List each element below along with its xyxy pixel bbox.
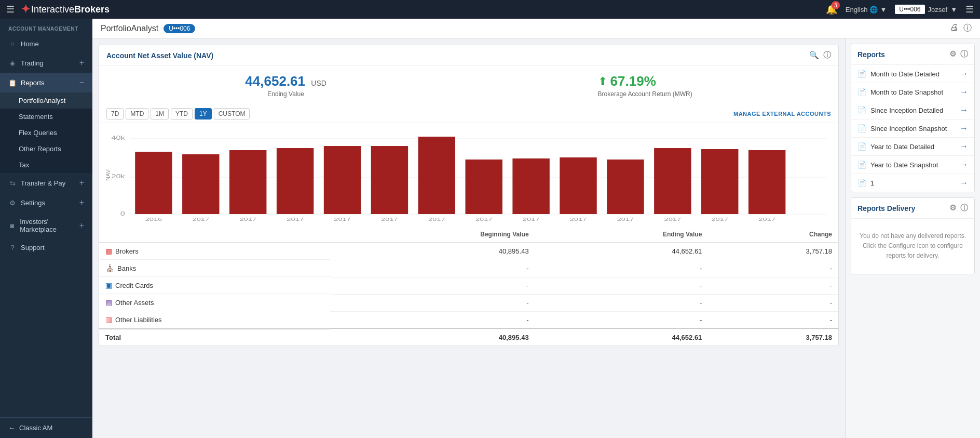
banks-cell: ⛪ Banks [99, 260, 330, 277]
svg-text:2017: 2017 [711, 217, 728, 222]
credit-label: Credit Cards [115, 282, 153, 289]
report-arrow-2[interactable]: → [960, 105, 968, 115]
report-item-mtd-detailed[interactable]: 📄 Month to Date Detailed → [851, 65, 974, 83]
time-btn-1y[interactable]: 1Y [195, 108, 212, 120]
report-file-icon-2: 📄 [857, 106, 866, 114]
sidebar-subitem-flex[interactable]: Flex Queries [0, 125, 92, 141]
banks-begin: - [330, 260, 535, 277]
language-selector[interactable]: English 🌐 ▼ [846, 6, 887, 14]
total-label: Total [105, 334, 121, 341]
sidebar-transfer-label: Transfer & Pay [21, 179, 65, 187]
sidebar-item-support[interactable]: ? Support [0, 238, 92, 257]
table-row-credit: ▣ Credit Cards - - - [99, 277, 838, 294]
delivery-help-icon[interactable]: ⓘ [960, 203, 968, 213]
report-item-mtd-snapshot[interactable]: 📄 Month to Date Snapshot → [851, 83, 974, 101]
report-item-left-2: 📄 Since Inception Detailed [857, 106, 943, 114]
svg-text:2017: 2017 [617, 217, 634, 222]
sub-header: PortfolioAnalyst U•••006 🖨 ⓘ [92, 19, 980, 38]
report-item-left-4: 📄 Year to Date Detailed [857, 142, 934, 151]
investors-expand-icon: + [79, 221, 84, 230]
liabilities-cell: ▥ Other Liabilities [99, 311, 330, 328]
reports-collapse-icon: − [79, 78, 84, 87]
sidebar-item-investors[interactable]: ◙ Investors' Marketplace + [0, 213, 92, 238]
report-arrow-4[interactable]: → [960, 142, 968, 151]
sidebar-item-trading[interactable]: ◈ Trading + [0, 53, 92, 73]
svg-rect-19 [748, 150, 785, 214]
globe-icon: 🌐 [869, 6, 878, 14]
manage-external-accounts-btn[interactable]: MANAGE EXTERNAL ACCOUNTS [733, 111, 831, 117]
delivery-card-icons: ⚙ ⓘ [949, 203, 968, 213]
logo-interactive: Interactive [31, 4, 74, 15]
ib-logo-icon: ✦ [21, 3, 30, 16]
report-item-left-6: 📄 1 [857, 179, 874, 187]
time-btn-7d[interactable]: 7D [106, 108, 124, 120]
tax-label: Tax [19, 161, 29, 169]
search-icon[interactable]: 🔍 [809, 50, 819, 60]
body-layout: ACCOUNT MANAGEMENT ⌂ Home ◈ Trading + 📋 … [0, 19, 980, 438]
portfolio-analyst-label: PortfolioAnalyst [19, 97, 65, 104]
reports-gear-icon[interactable]: ⚙ [949, 49, 956, 59]
report-item-ytd-snapshot[interactable]: 📄 Year to Date Snapshot → [851, 156, 974, 174]
user-selector[interactable]: U•••006 Jozsef ▼ [895, 5, 957, 14]
time-btn-ytd[interactable]: YTD [171, 108, 193, 120]
report-arrow-5[interactable]: → [960, 160, 968, 169]
return-block: ⬆ 67.19% Brokerage Account Return (MWR) [598, 73, 692, 98]
report-item-ytd-detailed[interactable]: 📄 Year to Date Detailed → [851, 138, 974, 156]
sidebar-subitem-statements[interactable]: Statements [0, 109, 92, 125]
time-btn-1m[interactable]: 1M [151, 108, 169, 120]
time-btn-custom[interactable]: CUSTOM [214, 108, 250, 120]
report-arrow-0[interactable]: → [960, 69, 968, 78]
reports-card-header: Reports ⚙ ⓘ [851, 44, 974, 65]
total-change: 3,757.18 [708, 328, 838, 346]
print-icon[interactable]: 🖨 [950, 23, 958, 34]
report-item-si-detailed[interactable]: 📄 Since Inception Detailed → [851, 101, 974, 120]
liabilities-icon: ▥ [105, 315, 112, 324]
svg-text:2017: 2017 [664, 217, 682, 222]
notification-bell[interactable]: 🔔 3 [826, 4, 837, 15]
sidebar-subitem-portfolio[interactable]: PortfolioAnalyst [0, 92, 92, 109]
classic-am-button[interactable]: ← Classic AM [0, 418, 92, 438]
report-item-si-snapshot[interactable]: 📄 Since Inception Snapshot → [851, 120, 974, 138]
hamburger-icon[interactable]: ☰ [6, 4, 15, 15]
brokers-icon: ▩ [105, 247, 112, 255]
reports-help-icon[interactable]: ⓘ [960, 49, 968, 59]
sidebar-subitem-tax[interactable]: Tax [0, 157, 92, 173]
report-arrow-6[interactable]: → [960, 178, 968, 188]
nav-help-icon[interactable]: ⓘ [823, 50, 831, 60]
liabilities-label: Other Liabilities [115, 316, 162, 324]
right-panel: Reports ⚙ ⓘ 📄 Month to Date Detailed → [845, 38, 980, 438]
svg-rect-14 [512, 158, 549, 214]
sidebar-item-home[interactable]: ⌂ Home [0, 35, 92, 53]
delivery-gear-icon[interactable]: ⚙ [949, 203, 956, 213]
report-arrow-1[interactable]: → [960, 87, 968, 97]
brokers-change: 3,757.18 [708, 243, 838, 260]
sidebar-reports-left: 📋 Reports [8, 79, 45, 87]
sidebar-item-transfer[interactable]: ⇆ Transfer & Pay + [0, 173, 92, 193]
sidebar-item-settings[interactable]: ⚙ Settings + [0, 193, 92, 213]
sidebar-home-left: ⌂ Home [8, 40, 39, 48]
svg-text:2017: 2017 [523, 217, 540, 222]
username-label: Jozsef [928, 6, 948, 14]
svg-text:2017: 2017 [475, 217, 493, 222]
report-item-left-3: 📄 Since Inception Snapshot [857, 124, 947, 132]
sidebar-item-reports[interactable]: 📋 Reports − [0, 73, 92, 92]
account-badge[interactable]: U•••006 [164, 24, 195, 33]
sidebar-section-title: ACCOUNT MANAGEMENT [0, 19, 92, 35]
report-item-1[interactable]: 📄 1 → [851, 174, 974, 192]
header-left: ☰ ✦ InteractiveBrokers [6, 3, 110, 16]
chart-y-label: NAV [105, 169, 111, 181]
total-cell: Total [99, 328, 330, 346]
sidebar-home-label: Home [21, 40, 39, 48]
sidebar-support-left: ? Support [8, 244, 45, 251]
return-arrow-icon: ⬆ [598, 75, 607, 88]
sidebar-subitem-other-reports[interactable]: Other Reports [0, 141, 92, 157]
time-btn-mtd[interactable]: MTD [126, 108, 148, 120]
report-arrow-3[interactable]: → [960, 124, 968, 133]
home-icon: ⌂ [8, 40, 17, 48]
help-icon[interactable]: ⓘ [963, 23, 972, 34]
header-right: 🔔 3 English 🌐 ▼ U•••006 Jozsef ▼ ☰ [826, 4, 974, 15]
svg-text:2017: 2017 [570, 217, 587, 222]
other-reports-label: Other Reports [19, 145, 61, 153]
top-menu-icon[interactable]: ☰ [965, 4, 974, 15]
report-item-left-0: 📄 Month to Date Detailed [857, 70, 940, 78]
